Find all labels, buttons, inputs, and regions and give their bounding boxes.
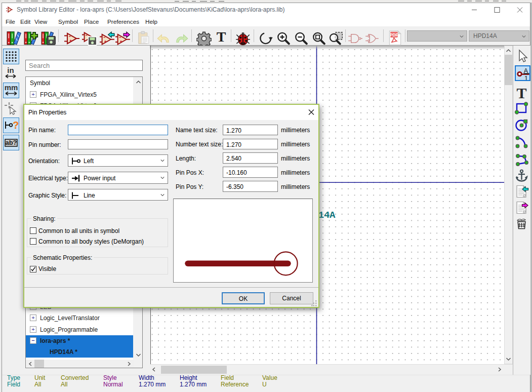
- svg-text:1: 1: [524, 75, 528, 81]
- svg-text:mm: mm: [5, 83, 18, 92]
- svg-text:ab?: ab?: [5, 139, 17, 146]
- svg-text:?: ?: [13, 120, 19, 131]
- svg-text:PDF: PDF: [390, 32, 398, 37]
- svg-text:in: in: [7, 67, 14, 74]
